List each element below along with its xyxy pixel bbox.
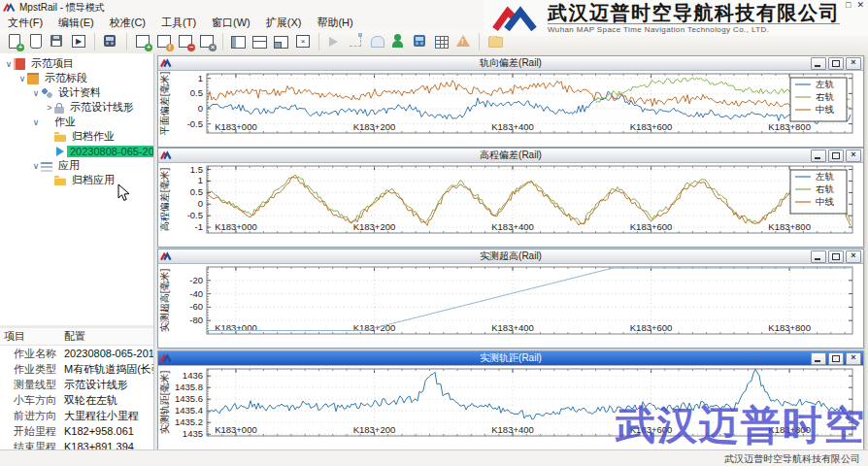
svg-text:0: 0: [198, 103, 203, 114]
chart-window: 轨向偏差(Rail)×10.50-0.5K183+000K183+200K183…: [157, 55, 864, 148]
menu-item[interactable]: 文件(F): [0, 15, 50, 31]
maximize-icon[interactable]: [828, 150, 844, 162]
split-horizontal-icon[interactable]: [251, 33, 269, 50]
svg-text:0: 0: [198, 198, 203, 209]
menu-item[interactable]: 校准(C): [102, 15, 153, 31]
export-icon[interactable]: ▶: [70, 33, 87, 50]
train-icon[interactable]: [412, 33, 429, 50]
tree-expander-icon[interactable]: ∨: [31, 88, 41, 98]
svg-text:右轨: 右轨: [816, 183, 835, 194]
close-icon[interactable]: ×: [846, 352, 861, 365]
project-icon: [14, 58, 25, 70]
menu-item[interactable]: 窗口(W): [204, 15, 258, 31]
layout-icon[interactable]: [273, 33, 290, 50]
svg-text:K183+400: K183+400: [491, 322, 534, 333]
menu-item[interactable]: 编辑(E): [50, 15, 102, 31]
tree-item-示范标段[interactable]: ∨示范标段: [0, 71, 153, 85]
property-label: 小车方向: [0, 392, 60, 408]
minimize-icon[interactable]: [811, 352, 826, 365]
menu-item[interactable]: 扩展(X): [258, 15, 310, 31]
minimize-icon[interactable]: [811, 150, 826, 162]
menu-item[interactable]: 工具(T): [153, 15, 204, 31]
chart-window-titlebar[interactable]: 实测轨距(Rail)×: [158, 351, 863, 366]
svg-text:K183+400: K183+400: [491, 424, 534, 435]
section-icon: [27, 73, 39, 84]
company-logo-icon: [491, 4, 542, 33]
chart-plot[interactable]: 10.50-0.5K183+000K183+200K183+400K183+60…: [158, 71, 863, 146]
record-add-icon[interactable]: +: [134, 33, 151, 50]
tree-item-设计资料[interactable]: ∨设计资料: [0, 85, 153, 100]
data-grid-icon[interactable]: [433, 33, 451, 50]
chart-window-titlebar[interactable]: 轨向偏差(Rail)×: [158, 56, 863, 71]
railcar-icon[interactable]: [102, 33, 119, 50]
tree-item-20230808-065-201D-01[interactable]: 20230808-065-201D-01: [0, 144, 153, 158]
chart-window-icon: [160, 150, 172, 160]
maximize-icon[interactable]: [828, 250, 844, 263]
close-pane-icon[interactable]: ×: [294, 33, 312, 50]
panel-left-icon[interactable]: [230, 33, 248, 50]
new-job-icon[interactable]: +: [6, 33, 23, 50]
chart-window-title: 轨向偏差(Rail): [158, 56, 863, 70]
tree-item-归档应用[interactable]: 归档应用: [0, 173, 153, 187]
tree-item-label: 示范标段: [42, 71, 90, 85]
minimize-icon[interactable]: [811, 250, 826, 263]
svg-text:K183+800: K183+800: [768, 221, 811, 232]
station-icon[interactable]: [369, 33, 386, 50]
maximize-icon[interactable]: □: [846, 1, 851, 10]
chart-window-titlebar[interactable]: 实测超高(Rail)×: [158, 250, 863, 264]
tree-item-示范设计线形[interactable]: >示范设计线形: [0, 100, 153, 115]
open-job-icon[interactable]: [27, 33, 45, 50]
chart-plot[interactable]: -20-40-60-80K183+000K183+200K183+400K183…: [158, 264, 863, 347]
properties-header-config: 配置: [64, 328, 85, 345]
alert-icon[interactable]: [454, 33, 472, 50]
tree-item-label: 应用: [55, 158, 83, 173]
property-row: 作业名称20230808-065-201D-01: [0, 346, 153, 361]
operator-icon[interactable]: [390, 33, 408, 50]
tree-item-应用[interactable]: ∨应用: [0, 158, 153, 173]
record-clear-icon[interactable]: ×: [198, 33, 216, 50]
tree-item-label: 示范项目: [28, 56, 77, 71]
tree-item-label: 归档作业: [69, 129, 117, 144]
project-tree: ∨示范项目∨示范标段∨设计资料>示范设计线形∨作业归档作业20230808-06…: [0, 53, 153, 328]
menu-item[interactable]: 帮助(H): [309, 15, 360, 31]
property-label: 前进方向: [0, 408, 60, 423]
company-name-cn: 武汉迈普时空导航科技有限公司: [548, 2, 840, 23]
svg-text:K183+400: K183+400: [491, 121, 534, 132]
close-icon[interactable]: ×: [846, 250, 861, 263]
minimize-icon[interactable]: [811, 57, 826, 70]
svg-text:-1: -1: [195, 221, 203, 232]
property-value: M有砟轨道捣固(长弦模式): [60, 361, 153, 377]
route-icon[interactable]: [348, 33, 365, 50]
tree-item-归档作业[interactable]: 归档作业: [0, 129, 153, 144]
tree-item-label: 示范设计线形: [67, 100, 137, 115]
maximize-icon[interactable]: [828, 57, 844, 70]
close-icon[interactable]: ×: [846, 57, 861, 70]
tree-item-作业[interactable]: ∨作业: [0, 115, 153, 129]
record-pending-icon[interactable]: !: [155, 33, 173, 50]
window-title: MpstRail - 惯导模式: [19, 1, 105, 15]
property-value: 大里程往小里程: [60, 408, 153, 423]
tree-expander-icon[interactable]: >: [45, 103, 54, 113]
chart-window-titlebar[interactable]: 高程偏差(Rail)×: [158, 149, 863, 163]
close-icon[interactable]: ×: [846, 150, 861, 162]
svg-text:K183+600: K183+600: [630, 322, 673, 333]
svg-text:K183+600: K183+600: [630, 221, 673, 232]
chart-plot[interactable]: 1.510.50-0.5-1K183+000K183+200K183+400K1…: [158, 163, 863, 246]
tree-item-示范项目[interactable]: ∨示范项目: [0, 56, 153, 71]
svg-text:-60: -60: [189, 301, 203, 312]
maximize-icon[interactable]: [828, 352, 844, 365]
svg-text:-80: -80: [189, 315, 203, 325]
save-icon[interactable]: [49, 33, 66, 50]
tree-expander-icon[interactable]: ∨: [17, 74, 27, 83]
tree-expander-icon[interactable]: ∨: [4, 59, 14, 69]
svg-text:1435.2: 1435.2: [175, 416, 203, 427]
record-remove-icon[interactable]: −: [177, 33, 194, 50]
step-run-icon[interactable]: [326, 33, 344, 50]
chart-window-title: 实测轨距(Rail): [158, 351, 863, 365]
tree-expander-icon[interactable]: ∨: [31, 117, 41, 127]
tree-item-label: 设计资料: [55, 85, 104, 100]
playblue-icon: [56, 147, 64, 156]
tree-expander-icon[interactable]: ∨: [31, 161, 41, 171]
close-icon[interactable]: ✕: [856, 1, 864, 10]
svg-text:1.5: 1.5: [190, 164, 203, 175]
